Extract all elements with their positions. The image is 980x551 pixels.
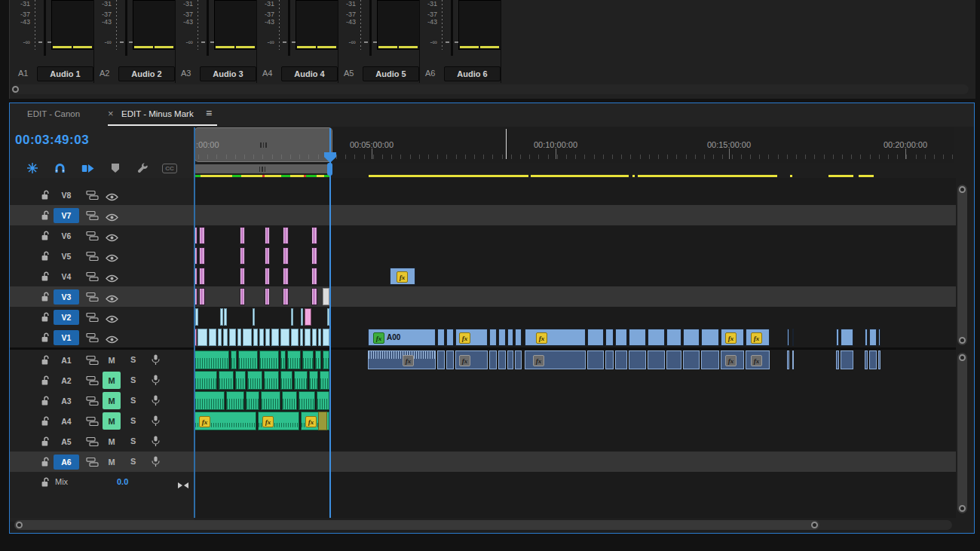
track-target-V7[interactable]: V7 xyxy=(54,208,79,223)
clip-v6[interactable] xyxy=(311,227,317,244)
clip-v6[interactable] xyxy=(199,227,205,244)
lock-icon[interactable] xyxy=(41,190,51,204)
clip-v3[interactable] xyxy=(199,288,205,305)
clip-a1[interactable] xyxy=(280,350,286,369)
sync-lock-icon[interactable] xyxy=(86,231,100,244)
clip-v1[interactable] xyxy=(701,329,719,346)
clip-a1[interactable] xyxy=(865,350,868,369)
audio-tracks-scrollbar[interactable] xyxy=(957,353,967,513)
lock-icon[interactable] xyxy=(41,292,51,305)
clip-a1[interactable] xyxy=(648,350,665,369)
solo-button-A3[interactable]: S xyxy=(130,396,136,405)
lock-icon[interactable] xyxy=(41,210,51,224)
linked-selection-icon[interactable] xyxy=(79,159,97,177)
clip-a1[interactable] xyxy=(194,350,229,369)
sync-lock-icon[interactable] xyxy=(86,416,100,430)
clip-a4[interactable] xyxy=(318,412,327,430)
sync-lock-icon[interactable] xyxy=(86,436,100,450)
track-target-A5[interactable]: A5 xyxy=(54,434,79,449)
clip-v1[interactable] xyxy=(259,329,264,346)
track-target-A1[interactable]: A1 xyxy=(54,353,79,368)
clip-a1[interactable] xyxy=(238,350,258,369)
sync-lock-icon[interactable] xyxy=(86,375,100,389)
clip-a1[interactable] xyxy=(615,350,627,369)
solo-button-A1[interactable]: S xyxy=(130,355,136,364)
clip-v1[interactable] xyxy=(265,329,270,346)
track-target-A6[interactable]: A6 xyxy=(54,455,79,470)
lock-icon[interactable] xyxy=(41,396,51,409)
toggle-track-output-eye-icon[interactable] xyxy=(106,313,118,326)
lock-icon[interactable] xyxy=(41,375,51,389)
yellow-fx-badge[interactable]: fx xyxy=(536,332,547,344)
add-marker-icon[interactable] xyxy=(106,159,124,177)
clip-v1[interactable] xyxy=(312,329,317,346)
clip-v1[interactable] xyxy=(683,329,700,346)
clip-a2[interactable] xyxy=(194,371,217,390)
clip-v1[interactable] xyxy=(446,329,454,346)
track-row-V3[interactable] xyxy=(194,286,956,307)
toggle-track-output-eye-icon[interactable] xyxy=(106,272,118,286)
clip-a1[interactable] xyxy=(368,350,436,369)
lock-icon[interactable] xyxy=(41,457,51,470)
clip-a3[interactable] xyxy=(226,391,244,410)
clip-a1[interactable] xyxy=(489,350,497,369)
clip-v4[interactable] xyxy=(240,268,245,285)
channel-name-field[interactable]: Audio 5 xyxy=(363,66,419,81)
clip-v6[interactable] xyxy=(265,227,270,244)
work-area-right-handle[interactable] xyxy=(327,163,332,176)
tab-edit-minus-mark[interactable]: EDIT - Minus Mark xyxy=(121,109,194,118)
clip-v5[interactable] xyxy=(311,247,317,265)
lock-icon[interactable] xyxy=(41,251,51,265)
clip-v1[interactable] xyxy=(323,329,329,346)
clip-v5[interactable] xyxy=(240,247,245,265)
tab-close-icon[interactable]: × xyxy=(108,108,114,119)
sync-lock-icon[interactable] xyxy=(86,292,100,305)
clip-a3[interactable] xyxy=(261,391,280,410)
clip-v4[interactable] xyxy=(199,268,205,285)
mix-volume-value[interactable]: 0.0 xyxy=(117,477,128,486)
mixer-scrollbar-knob[interactable] xyxy=(12,86,19,93)
solo-button-A2[interactable]: S xyxy=(130,375,136,384)
clip-a2[interactable] xyxy=(247,371,262,390)
gray-fx-badge[interactable]: fx xyxy=(403,355,414,366)
clip-v1[interactable] xyxy=(648,329,665,346)
clip-v1[interactable] xyxy=(587,329,604,346)
mute-button-A3[interactable]: M xyxy=(103,392,121,409)
clip-v3[interactable] xyxy=(240,288,245,305)
solo-button-A6[interactable]: S xyxy=(130,457,136,466)
clip-a1[interactable] xyxy=(515,350,522,369)
clip-a1[interactable] xyxy=(287,350,301,369)
lock-icon[interactable] xyxy=(41,312,51,326)
clip-a1[interactable] xyxy=(446,350,454,369)
track-target-V8[interactable]: V8 xyxy=(54,188,79,203)
clip-v1[interactable] xyxy=(291,329,299,346)
clip-v1[interactable] xyxy=(229,329,236,346)
channel-fader[interactable] xyxy=(288,0,290,56)
clip-v1[interactable] xyxy=(318,329,321,346)
track-row-Mix[interactable] xyxy=(194,472,956,492)
mixer-horizontal-scrollbar[interactable] xyxy=(11,84,969,94)
mute-button-A1[interactable]: M xyxy=(103,351,121,369)
clip-v1[interactable] xyxy=(498,329,506,346)
clip-v1[interactable] xyxy=(615,329,627,346)
clip-a2[interactable] xyxy=(235,371,246,390)
track-row-V7[interactable] xyxy=(194,205,956,225)
track-target-V1[interactable]: V1 xyxy=(54,330,79,345)
solo-button-A5[interactable]: S xyxy=(130,436,136,445)
voiceover-record-mic-icon[interactable] xyxy=(152,415,160,430)
clip-a1[interactable] xyxy=(841,350,853,369)
clip-a3[interactable] xyxy=(246,391,259,410)
yellow-fx-badge[interactable]: fx xyxy=(397,271,408,283)
track-row-V9[interactable] xyxy=(194,178,956,185)
lock-icon[interactable] xyxy=(41,332,51,346)
toggle-track-output-eye-icon[interactable] xyxy=(106,211,118,225)
lock-icon[interactable] xyxy=(41,436,51,450)
clip-v1[interactable] xyxy=(507,329,513,346)
clip-v1[interactable] xyxy=(223,329,228,346)
clip-v2[interactable] xyxy=(253,308,255,326)
clip-v5[interactable] xyxy=(265,247,270,265)
clip-a2[interactable] xyxy=(264,371,279,390)
clip-v1[interactable] xyxy=(605,329,614,346)
clip-v6[interactable] xyxy=(283,227,289,244)
hscroll-knob-right[interactable] xyxy=(811,522,818,528)
